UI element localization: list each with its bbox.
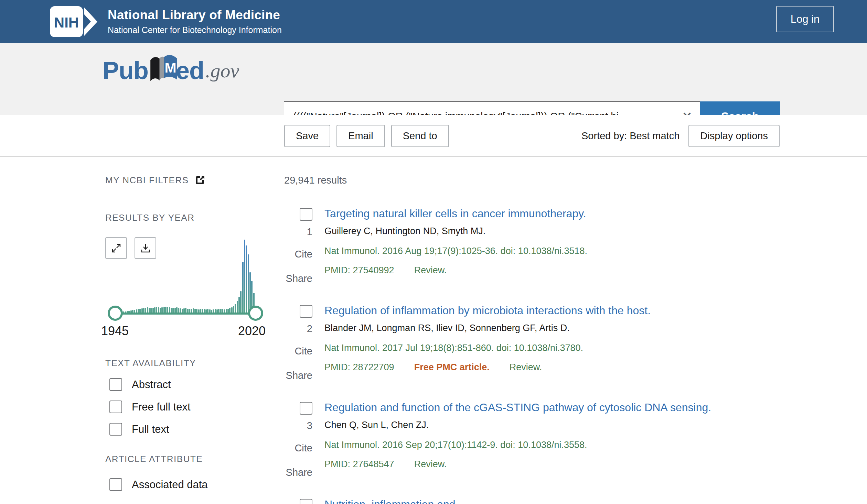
result-item: Nutrition, inflammation and [284,497,793,504]
expand-chart-button[interactable] [105,237,127,259]
full-text-label: Full text [132,423,169,436]
free-full-text-checkbox[interactable] [109,401,122,413]
login-button[interactable]: Log in [776,6,834,32]
my-ncbi-filters-label: MY NCBI FILTERS [105,175,189,186]
email-button[interactable]: Email [336,125,385,147]
result-pmid: PMID: 27540992 [324,265,394,275]
year-bar [235,304,236,314]
cite-button[interactable]: Cite [295,249,312,260]
result-item: 1 Cite Share Targeting natural killer ce… [284,207,793,284]
result-body: Targeting natural killer cells in cancer… [324,207,587,284]
filter-abstract: Abstract [109,378,270,391]
pubmed-logo-ed: ed [176,56,204,85]
result-checkbox[interactable] [300,499,312,504]
result-number: 3 [307,420,312,431]
year-end-label: 2020 [238,324,266,338]
pubmed-logo[interactable]: Pub M ed .gov [103,56,239,85]
year-bar [242,262,244,314]
result-authors: Chen Q, Sun L, Chen ZJ. [324,419,711,431]
result-citation: Nat Immunol. 2017 Jul 19;18(8):851-860. … [324,342,651,354]
sorted-by-control[interactable]: Sorted by: Best match [581,125,679,147]
result-number: 2 [307,323,312,335]
abstract-checkbox[interactable] [109,378,122,391]
result-gutter: 3 Cite Share [284,401,312,478]
top-header: NIH National Library of Medicine Nationa… [0,0,867,43]
year-bar [237,301,238,314]
article-attribute-heading: ARTICLE ATTRIBUTE [105,454,270,464]
filter-associated-data: Associated data [109,478,270,491]
nih-logo-chevron-icon [84,8,97,36]
result-title-link[interactable]: Nutrition, inflammation and [324,497,456,504]
result-review-tag: Review. [414,265,447,275]
result-pmid: PMID: 27648547 [324,459,394,469]
pubmed-logo-pub: Pub [103,56,148,85]
search-band: Pub M ed .gov ✕ Search Advanced Create a… [0,43,867,115]
result-checkbox[interactable] [300,208,312,221]
cite-button[interactable]: Cite [295,442,312,454]
result-citation: Nat Immunol. 2016 Aug 19;17(9):1025-36. … [324,245,587,257]
toolbar-sort: Sorted by: Best match Display options [581,125,780,147]
result-free-pmc: Free PMC article. [414,362,490,372]
result-review-tag: Review. [414,459,447,469]
expand-icon [111,243,122,254]
result-checkbox[interactable] [300,402,312,415]
free-full-text-label: Free full text [132,401,191,413]
result-meta: PMID: 28722709Free PMC article.Review. [324,361,651,373]
year-slider-handle-start[interactable] [108,306,123,321]
year-start-label: 1945 [101,324,129,338]
result-title-link[interactable]: Regulation of inflammation by microbiota… [324,304,651,317]
download-icon [140,243,151,254]
result-gutter [284,497,312,504]
results-by-year-chart [105,237,259,314]
result-title-link[interactable]: Targeting natural killer cells in cancer… [324,207,586,220]
chart-tools [105,237,156,259]
year-bar [244,240,245,314]
filter-free-full-text: Free full text [109,401,270,413]
year-range-labels: 1945 2020 [101,324,266,338]
result-body: Regulation of inflammation by microbiota… [324,304,651,381]
abstract-label: Abstract [132,379,171,391]
share-button[interactable]: Share [286,467,312,478]
display-options-button[interactable]: Display options [688,125,780,147]
nih-logo-text: NIH [54,14,79,31]
result-meta: PMID: 27540992Review. [324,264,587,276]
result-checkbox[interactable] [300,305,312,318]
share-button[interactable]: Share [286,370,312,381]
share-button[interactable]: Share [286,273,312,284]
result-title-link[interactable]: Regulation and function of the cGAS-STIN… [324,401,711,414]
results-by-year-heading: RESULTS BY YEAR [105,212,270,223]
external-link-icon[interactable] [194,175,205,186]
result-citation: Nat Immunol. 2016 Sep 20;17(10):1142-9. … [324,439,711,451]
text-availability-label: TEXT AVAILABILITY [105,358,196,369]
my-ncbi-filters-heading: MY NCBI FILTERS [105,175,270,186]
result-authors: Guillerey C, Huntington ND, Smyth MJ. [324,225,587,237]
header-titles: National Library of Medicine National Ce… [108,8,282,35]
send-to-button[interactable]: Send to [391,125,449,147]
year-slider-handle-end[interactable] [248,306,263,321]
cite-button[interactable]: Cite [295,346,312,357]
year-bar [248,254,249,314]
results-toolbar: Save Email Send to Sorted by: Best match… [0,115,867,157]
result-authors: Blander JM, Longman RS, Iliev ID, Sonnen… [324,322,651,334]
open-book-icon: M [148,53,178,85]
full-text-checkbox[interactable] [109,423,122,436]
result-item: 3 Cite Share Regulation and function of … [284,401,793,478]
nih-logo[interactable]: NIH [50,6,98,37]
save-button[interactable]: Save [284,125,330,147]
results-count: 29,941 results [284,175,793,186]
article-attribute-label: ARTICLE ATTRIBUTE [105,454,203,464]
filter-full-text: Full text [109,423,270,436]
download-chart-button[interactable] [135,237,156,259]
toolbar-actions: Save Email Send to [284,125,449,147]
result-number: 1 [307,226,312,238]
result-item: 2 Cite Share Regulation of inflammation … [284,304,793,381]
result-meta: PMID: 27648547Review. [324,458,711,470]
results-by-year-label: RESULTS BY YEAR [105,212,194,223]
year-bar [246,245,247,314]
result-body: Nutrition, inflammation and [324,497,456,504]
pubmed-logo-m: M [164,60,176,76]
text-availability-heading: TEXT AVAILABILITY [105,358,270,369]
year-slider-track [115,313,255,315]
associated-data-checkbox[interactable] [109,478,122,491]
results-list: 29,941 results 1 Cite Share Targeting na… [284,175,793,504]
